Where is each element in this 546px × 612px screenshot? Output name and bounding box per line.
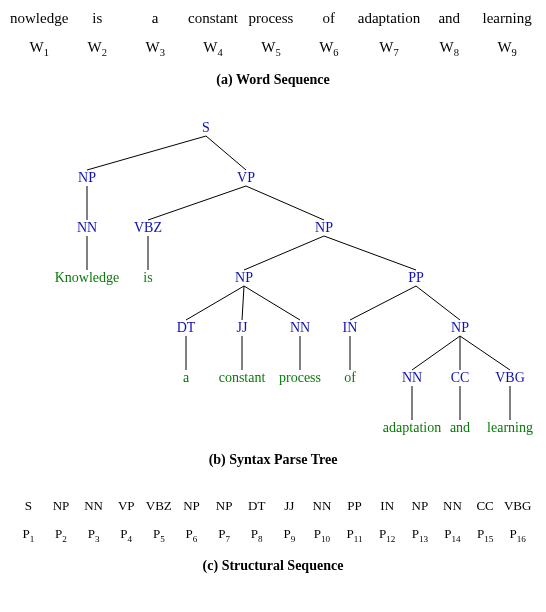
pos-label: P1 <box>12 526 45 544</box>
svg-line-15 <box>350 286 416 320</box>
pos-cell: VBZP5 <box>143 498 176 544</box>
word-cell: processW5 <box>242 10 300 58</box>
pos-label: P2 <box>45 526 78 544</box>
svg-line-10 <box>242 286 244 320</box>
nonterminal-node: IN <box>343 320 358 336</box>
pos-tag: VBZ <box>143 498 176 514</box>
pos-tag: DT <box>240 498 273 514</box>
nonterminal-node: NP <box>235 270 253 286</box>
pos-label: P10 <box>306 526 339 544</box>
pos-cell: SP1 <box>12 498 45 544</box>
pos-tag: PP <box>338 498 371 514</box>
terminal-node: process <box>279 370 321 386</box>
word-cell: aW3 <box>126 10 184 58</box>
pos-cell: NNP14 <box>436 498 469 544</box>
nonterminal-node: PP <box>408 270 424 286</box>
caption-b: (b) Syntax Parse Tree <box>10 452 536 468</box>
svg-line-4 <box>148 186 246 220</box>
pos-tag: NP <box>45 498 78 514</box>
nonterminal-node: S <box>202 120 210 136</box>
pos-cell: NPP6 <box>175 498 208 544</box>
word-cell: andW8 <box>420 10 478 58</box>
svg-line-5 <box>246 186 324 220</box>
svg-line-1 <box>206 136 246 170</box>
word-text: of <box>300 10 358 27</box>
word-sequence: nowledgeW1isW2aW3constantW4processW5ofW6… <box>10 10 536 58</box>
word-cell: isW2 <box>68 10 126 58</box>
word-text: is <box>68 10 126 27</box>
terminal-node: and <box>450 420 470 436</box>
word-label: W4 <box>184 39 242 58</box>
word-label: W7 <box>358 39 420 58</box>
pos-tag: S <box>12 498 45 514</box>
structural-sequence: SP1NPP2NNP3VPP4VBZP5NPP6NPP7DTP8JJP9NNP1… <box>10 498 536 544</box>
pos-tag: NP <box>404 498 437 514</box>
pos-tag: NN <box>77 498 110 514</box>
nonterminal-node: NP <box>78 170 96 186</box>
pos-cell: JJP9 <box>273 498 306 544</box>
svg-line-20 <box>460 336 510 370</box>
pos-cell: INP12 <box>371 498 404 544</box>
terminal-node: of <box>344 370 356 386</box>
nonterminal-node: NN <box>77 220 97 236</box>
pos-label: P11 <box>338 526 371 544</box>
pos-tag: NP <box>175 498 208 514</box>
word-text: and <box>420 10 478 27</box>
nonterminal-node: NN <box>402 370 422 386</box>
word-label: W5 <box>242 39 300 58</box>
pos-label: P8 <box>240 526 273 544</box>
pos-tag: IN <box>371 498 404 514</box>
word-text: adaptation <box>358 10 420 27</box>
word-label: W9 <box>478 39 536 58</box>
pos-label: P14 <box>436 526 469 544</box>
svg-line-0 <box>87 136 206 170</box>
pos-cell: NNP3 <box>77 498 110 544</box>
pos-cell: CCP15 <box>469 498 502 544</box>
word-cell: nowledgeW1 <box>10 10 68 58</box>
nonterminal-node: VBG <box>495 370 525 386</box>
pos-label: P3 <box>77 526 110 544</box>
word-label: W6 <box>300 39 358 58</box>
pos-label: P16 <box>501 526 534 544</box>
word-label: W8 <box>420 39 478 58</box>
svg-line-18 <box>412 336 460 370</box>
pos-tag: NN <box>306 498 339 514</box>
nonterminal-node: CC <box>451 370 470 386</box>
word-cell: adaptationW7 <box>358 10 420 58</box>
pos-tag: NP <box>208 498 241 514</box>
pos-label: P6 <box>175 526 208 544</box>
pos-cell: DTP8 <box>240 498 273 544</box>
svg-line-16 <box>416 286 460 320</box>
svg-line-7 <box>244 236 324 270</box>
syntax-parse-tree: SNPVPNNVBZNPKnowledgeisNPPPDTJJNNINNPaco… <box>10 118 536 438</box>
pos-cell: NPP7 <box>208 498 241 544</box>
pos-label: P13 <box>404 526 437 544</box>
word-label: W1 <box>10 39 68 58</box>
word-label: W3 <box>126 39 184 58</box>
word-label: W2 <box>68 39 126 58</box>
svg-line-11 <box>244 286 300 320</box>
word-text: a <box>126 10 184 27</box>
pos-label: P9 <box>273 526 306 544</box>
word-cell: constantW4 <box>184 10 242 58</box>
pos-tag: CC <box>469 498 502 514</box>
pos-tag: VBG <box>501 498 534 514</box>
pos-label: P7 <box>208 526 241 544</box>
terminal-node: Knowledge <box>55 270 120 286</box>
pos-label: P12 <box>371 526 404 544</box>
svg-line-9 <box>186 286 244 320</box>
terminal-node: adaptation <box>383 420 441 436</box>
pos-cell: VPP4 <box>110 498 143 544</box>
nonterminal-node: DT <box>177 320 196 336</box>
pos-cell: PPP11 <box>338 498 371 544</box>
terminal-node: learning <box>487 420 533 436</box>
nonterminal-node: JJ <box>237 320 248 336</box>
terminal-node: a <box>183 370 189 386</box>
pos-tag: NN <box>436 498 469 514</box>
caption-c: (c) Structural Sequence <box>10 558 536 574</box>
word-cell: learningW9 <box>478 10 536 58</box>
word-text: learning <box>478 10 536 27</box>
pos-label: P15 <box>469 526 502 544</box>
pos-label: P4 <box>110 526 143 544</box>
word-text: process <box>242 10 300 27</box>
